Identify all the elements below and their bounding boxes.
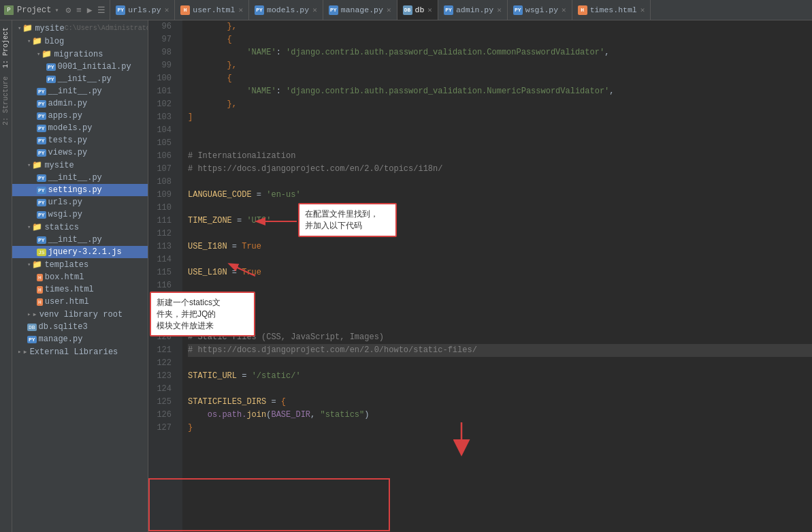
tree-item-times_html[interactable]: Htimes.html	[12, 283, 148, 296]
sidebar-strip-structure[interactable]: 2: Structure	[1, 72, 11, 129]
tree-label-8: models.py	[48, 123, 93, 133]
tree-item-venv_library_root[interactable]: ▸▸venv library root	[12, 308, 148, 321]
code-line-122	[188, 357, 812, 370]
tree-item-__init___py[interactable]: PY__init__.py	[12, 172, 148, 184]
line-num-112: 112	[148, 228, 177, 240]
tree-item-models_py[interactable]: PYmodels.py	[12, 122, 148, 134]
code-line-97: {	[188, 33, 812, 46]
tree-item-templates[interactable]: ▾📁templates	[12, 258, 148, 271]
tree-label-14: urls.py	[48, 198, 82, 207]
tree-item-tests_py[interactable]: PYtests.py	[12, 134, 148, 146]
tab-times_html[interactable]: Htimes.html✕	[572, 0, 651, 20]
tab-label-0: urls.py	[128, 5, 161, 14]
tab-icon-1: H	[180, 5, 190, 15]
tree-item-__init___py[interactable]: PY__init__.py	[12, 73, 148, 85]
line-num-115: 115	[148, 266, 177, 279]
line-num-116: 116	[148, 279, 177, 292]
project-icon: P	[4, 5, 14, 15]
tree-item-statics[interactable]: ▾📁statics	[12, 221, 148, 234]
tree-label-23: venv library root	[39, 310, 123, 319]
tree-label-19: templates	[44, 260, 88, 270]
tree-item-blog[interactable]: ▾📁blog	[12, 35, 148, 48]
tree-label-7: apps.py	[48, 111, 82, 121]
tree-item-views_py[interactable]: PYviews.py	[12, 146, 148, 159]
tree-item-urls_py[interactable]: PYurls.py	[12, 196, 148, 208]
code-line-117: USE_TZ = True	[188, 292, 812, 305]
tree-label-0: mysite	[35, 24, 64, 33]
tab-close-6[interactable]: ✕	[562, 5, 566, 14]
tree-label-3: 0001_initial.py	[58, 62, 131, 72]
line-num-107: 107	[148, 163, 177, 176]
tab-close-2[interactable]: ✕	[312, 5, 317, 14]
code-line-114	[188, 253, 812, 266]
tree-label-2: migrations	[54, 50, 103, 59]
tree-item-admin_py[interactable]: PYadmin.py	[12, 97, 148, 110]
code-line-121: # https://docs.djangoproject.com/en/2.0/…	[188, 344, 812, 357]
tab-close-0[interactable]: ✕	[165, 5, 169, 14]
line-num-98: 98	[148, 46, 177, 59]
tree-item-settings_py[interactable]: PYsettings.py	[12, 184, 148, 196]
tree-label-9: tests.py	[48, 136, 88, 145]
tree-item-__init___py[interactable]: PY__init__.py	[12, 85, 148, 97]
tree-item-__init___py[interactable]: PY__init__.py	[12, 234, 148, 246]
editor-tabs: PYurls.py✕Huser.html✕PYmodels.py✕PYmanag…	[110, 0, 812, 20]
tree-label-15: wsgi.py	[48, 210, 82, 219]
tab-close-1[interactable]: ✕	[238, 5, 243, 14]
tab-db[interactable]: DBdb✕	[397, 0, 438, 20]
tab-urls_py[interactable]: PYurls.py✕	[110, 0, 175, 20]
tree-item-manage_py[interactable]: PYmanage.py	[12, 333, 148, 345]
tab-label-6: wsgi.py	[525, 5, 558, 14]
code-line-105	[188, 137, 812, 150]
code-line-109: LANGUAGE_CODE = 'en-us'	[188, 189, 812, 202]
tree-label-20: box.html	[45, 272, 84, 282]
code-line-120: # Static files (CSS, JavaScript, Images)	[188, 331, 812, 344]
tree-item-migrations[interactable]: ▾📁migrations	[12, 48, 148, 61]
tree-item-user_html[interactable]: Huser.html	[12, 296, 148, 308]
tree-item-apps_py[interactable]: PYapps.py	[12, 110, 148, 122]
tab-label-5: admin.py	[456, 5, 493, 14]
tree-item-box_html[interactable]: Hbox.html	[12, 271, 148, 283]
tab-close-4[interactable]: ✕	[427, 5, 432, 14]
tab-user_html[interactable]: Huser.html✕	[175, 0, 249, 20]
tab-models_py[interactable]: PYmodels.py✕	[249, 0, 323, 20]
file-tree: ▾📁mysite C:\Users\Administrator\PycharmP…	[12, 20, 148, 532]
tab-manage_py[interactable]: PYmanage.py✕	[323, 0, 397, 20]
tree-item-db_sqlite3[interactable]: DBdb.sqlite3	[12, 321, 148, 333]
line-num-99: 99	[148, 59, 177, 72]
tab-close-5[interactable]: ✕	[497, 5, 502, 14]
tree-item-wsgi_py[interactable]: PYwsgi.py	[12, 208, 148, 221]
line-num-123: 123	[148, 370, 177, 383]
code-line-111: TIME_ZONE = 'UTC'	[188, 215, 812, 228]
tab-admin_py[interactable]: PYadmin.py✕	[438, 0, 508, 20]
sidebar-strip-project[interactable]: 1: Project	[1, 23, 11, 72]
tree-item-jquery_3_2_1_js[interactable]: JSjquery-3.2.1.js	[12, 246, 148, 258]
tab-wsgi_py[interactable]: PYwsgi.py✕	[508, 0, 572, 20]
tree-item-mysite[interactable]: ▾📁mysite	[12, 159, 148, 172]
tab-close-7[interactable]: ✕	[640, 5, 645, 14]
line-num-102: 102	[148, 98, 177, 111]
project-selector[interactable]: P Project ▾ ⚙ ≡ ▶ ☰	[0, 0, 110, 20]
code-content[interactable]: }, { 'NAME': 'django.contrib.auth.passwo…	[182, 20, 812, 532]
callout-settings-text: 在配置文件里找到，并加入以下代码	[305, 209, 378, 230]
tab-icon-5: PY	[444, 5, 453, 15]
code-line-123: STATIC_URL = '/static/'	[188, 370, 812, 383]
line-numbers: 9697989910010110210310410510610710810911…	[148, 20, 182, 532]
code-line-99: },	[188, 59, 812, 72]
project-dropdown-icon[interactable]: ▾	[54, 6, 59, 14]
tab-close-3[interactable]: ✕	[387, 5, 391, 14]
line-num-103: 103	[148, 111, 177, 124]
code-line-119	[188, 318, 812, 331]
code-area: 9697989910010110210310410510610710810911…	[148, 20, 812, 532]
code-line-125: STATICFILES_DIRS = {	[188, 396, 812, 409]
line-num-111: 111	[148, 215, 177, 228]
tree-item-mysite[interactable]: ▾📁mysite C:\Users\Administrator\PycharmP…	[12, 22, 148, 35]
line-num-100: 100	[148, 72, 177, 85]
tree-item-0001_initial_py[interactable]: PY0001_initial.py	[12, 61, 148, 73]
code-line-126: os.path.join(BASE_DIR, "statics")	[188, 409, 812, 422]
code-line-115: USE_L10N = True	[188, 266, 812, 279]
tab-label-1: user.html	[193, 5, 235, 14]
code-line-103: ]	[188, 111, 812, 124]
code-line-96: },	[188, 20, 812, 33]
tree-item-External_Libraries[interactable]: ▸▸External Libraries	[12, 345, 148, 358]
line-num-110: 110	[148, 202, 177, 215]
